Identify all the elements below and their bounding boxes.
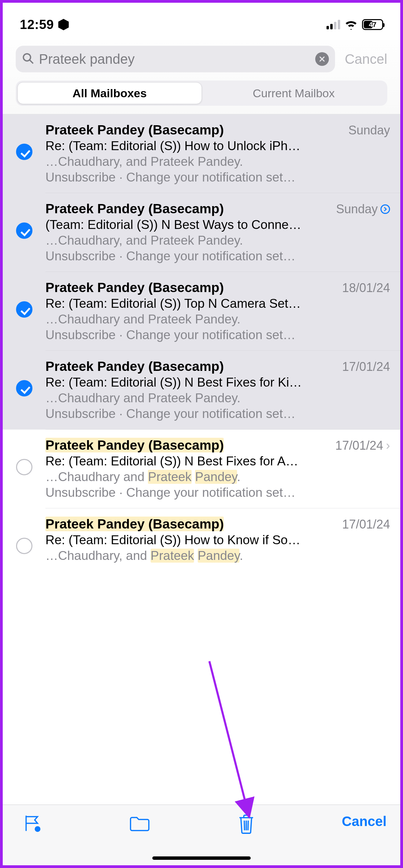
- svg-rect-0: [326, 26, 329, 29]
- email-row[interactable]: Prateek Pandey (Basecamp) 17/01/24 Re: (…: [3, 508, 400, 592]
- email-row[interactable]: Prateek Pandey (Basecamp) Sunday Re: (Te…: [3, 114, 400, 193]
- cell-signal-icon: [326, 20, 340, 29]
- cancel-search-button[interactable]: Cancel: [345, 52, 387, 67]
- email-preview: Unsubscribe · Change your notification s…: [45, 328, 390, 342]
- trash-icon[interactable]: [237, 814, 255, 834]
- folder-icon[interactable]: [129, 814, 150, 833]
- search-icon: [22, 52, 34, 66]
- battery-icon: 47: [362, 19, 383, 30]
- svg-rect-1: [330, 24, 333, 29]
- search-input[interactable]: [39, 52, 310, 67]
- email-row[interactable]: Prateek Pandey (Basecamp) 17/01/24 Re: (…: [3, 351, 400, 430]
- email-subject: Re: (Team: Editorial (S)) Top N Camera S…: [45, 296, 390, 311]
- select-checkbox[interactable]: [16, 222, 32, 239]
- email-preview: Unsubscribe · Change your notification s…: [45, 407, 390, 421]
- svg-point-4: [24, 54, 31, 61]
- select-checkbox[interactable]: [16, 538, 32, 554]
- svg-point-9: [38, 828, 40, 830]
- scope-current-mailbox[interactable]: Current Mailbox: [202, 82, 386, 104]
- email-preview: Unsubscribe · Change your notification s…: [45, 170, 390, 185]
- svg-rect-3: [338, 20, 340, 29]
- battery-percent: 47: [369, 21, 376, 29]
- search-scope-segmented[interactable]: All Mailboxes Current Mailbox: [16, 81, 387, 106]
- email-sender: Prateek Pandey (Basecamp): [45, 201, 224, 216]
- search-header: Cancel All Mailboxes Current Mailbox: [3, 40, 400, 114]
- flag-icon[interactable]: [23, 814, 42, 833]
- scope-all-mailboxes[interactable]: All Mailboxes: [17, 82, 202, 104]
- select-checkbox[interactable]: [16, 380, 32, 396]
- clear-search-icon[interactable]: [315, 52, 329, 66]
- email-sender: Prateek Pandey (Basecamp): [45, 438, 224, 453]
- email-sender: Prateek Pandey (Basecamp): [45, 122, 224, 138]
- email-date: 18/01/24: [342, 281, 390, 295]
- select-checkbox[interactable]: [16, 459, 32, 475]
- chevron-right-icon: ›: [386, 438, 390, 453]
- chevron-right-icon: [380, 204, 390, 214]
- email-preview: …Chaudhary, and Prateek Pandey.: [45, 549, 390, 563]
- email-sender: Prateek Pandey (Basecamp): [45, 359, 224, 374]
- email-date: Sunday: [336, 202, 390, 216]
- email-sender: Prateek Pandey (Basecamp): [45, 280, 224, 295]
- email-subject: Re: (Team: Editorial (S)) How to Unlock …: [45, 139, 390, 153]
- email-date: Sunday: [348, 123, 390, 138]
- email-preview: Unsubscribe · Change your notification s…: [45, 249, 390, 263]
- email-date: 17/01/24: [342, 517, 390, 532]
- svg-line-5: [30, 60, 33, 64]
- email-preview: Unsubscribe · Change your notification s…: [45, 486, 390, 500]
- email-sender: Prateek Pandey (Basecamp): [45, 517, 224, 532]
- email-date: 17/01/24: [342, 360, 390, 374]
- email-preview: …Chaudhary, and Prateek Pandey.: [45, 155, 390, 169]
- cancel-button[interactable]: Cancel: [342, 814, 387, 829]
- status-right: 47: [326, 19, 383, 30]
- select-checkbox[interactable]: [16, 144, 32, 160]
- email-subject: Re: (Team: Editorial (S)) N Best Fixes f…: [45, 375, 390, 390]
- select-checkbox[interactable]: [16, 301, 32, 318]
- email-preview: …Chaudhary and Prateek Pandey.: [45, 470, 390, 484]
- email-preview: …Chaudhary, and Prateek Pandey.: [45, 233, 390, 248]
- svg-line-12: [248, 821, 248, 830]
- home-indicator[interactable]: [152, 856, 251, 860]
- svg-line-10: [244, 821, 245, 830]
- email-date: 17/01/24 ›: [335, 438, 390, 453]
- svg-rect-2: [334, 22, 336, 29]
- svg-line-13: [209, 661, 249, 815]
- email-list: Prateek Pandey (Basecamp) Sunday Re: (Te…: [3, 114, 400, 592]
- status-time: 12:59: [20, 17, 54, 32]
- box-icon: [58, 18, 69, 31]
- email-preview: …Chaudhary and Prateek Pandey.: [45, 312, 390, 327]
- email-subject: Re: (Team: Editorial (S)) How to Know if…: [45, 533, 390, 547]
- email-preview: …Chaudhary and Prateek Pandey.: [45, 391, 390, 405]
- search-field[interactable]: [16, 46, 335, 72]
- status-left: 12:59: [20, 17, 69, 32]
- email-row[interactable]: Prateek Pandey (Basecamp) Sunday (Team: …: [3, 193, 400, 272]
- email-subject: (Team: Editorial (S)) N Best Ways to Con…: [45, 218, 390, 232]
- email-subject: Re: (Team: Editorial (S)) N Best Fixes f…: [45, 454, 390, 468]
- email-row[interactable]: Prateek Pandey (Basecamp) 17/01/24 › Re:…: [3, 430, 400, 508]
- wifi-icon: [344, 19, 358, 30]
- status-bar: 12:59 47: [3, 3, 400, 40]
- email-row[interactable]: Prateek Pandey (Basecamp) 18/01/24 Re: (…: [3, 272, 400, 351]
